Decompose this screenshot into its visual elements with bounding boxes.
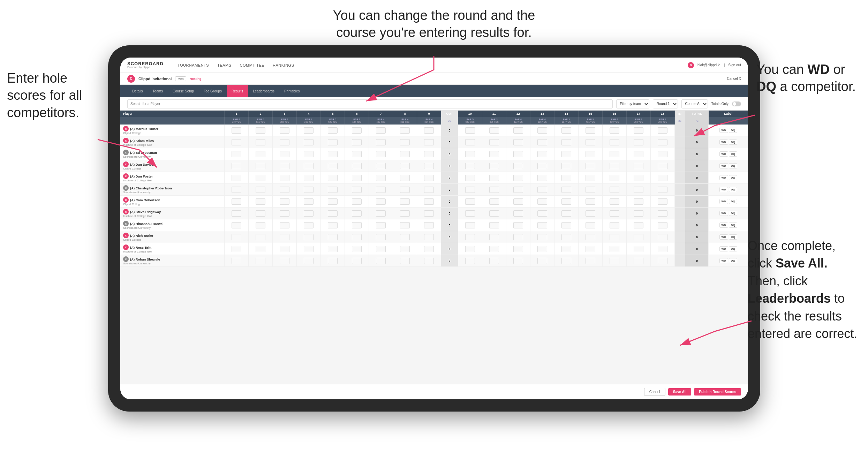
score-input-h17[interactable]: [634, 163, 643, 169]
score-input-h13[interactable]: [537, 151, 547, 157]
score-input-h14[interactable]: [561, 139, 571, 145]
score-input-h4[interactable]: [304, 222, 314, 228]
course-select[interactable]: Course A: [681, 99, 708, 108]
score-input-h10[interactable]: [465, 222, 475, 228]
score-input-h11[interactable]: [489, 175, 499, 181]
score-input-h4[interactable]: [304, 198, 314, 205]
score-input-h18[interactable]: [658, 163, 667, 169]
score-input-h13[interactable]: [537, 198, 547, 205]
score-input-h9[interactable]: [424, 210, 434, 217]
score-input-h10[interactable]: [465, 175, 475, 181]
score-input-h15[interactable]: [586, 222, 595, 228]
score-input-h1[interactable]: [232, 187, 241, 193]
cancel-link[interactable]: Cancel X: [727, 77, 741, 81]
score-input-h13[interactable]: [537, 246, 547, 252]
score-input-h5[interactable]: [328, 222, 338, 228]
dq-button[interactable]: DQ: [729, 187, 737, 192]
score-input-h4[interactable]: [304, 175, 314, 181]
score-input-h18[interactable]: [658, 246, 667, 252]
score-input-h15[interactable]: [586, 187, 595, 193]
score-input-h15[interactable]: [586, 175, 595, 181]
score-input-h11[interactable]: [489, 187, 499, 193]
score-input-h4[interactable]: [304, 187, 314, 193]
score-input-h5[interactable]: [328, 139, 338, 145]
score-input-h9[interactable]: [424, 234, 434, 240]
dq-button[interactable]: DQ: [729, 246, 737, 251]
score-input-h6[interactable]: [352, 198, 362, 205]
score-input-h4[interactable]: [304, 234, 314, 240]
score-input-h9[interactable]: [424, 187, 434, 193]
search-input[interactable]: [127, 99, 613, 108]
score-input-h8[interactable]: [400, 151, 410, 157]
score-input-h13[interactable]: [537, 163, 547, 169]
dq-button[interactable]: DQ: [729, 258, 737, 263]
score-input-h12[interactable]: [513, 198, 523, 205]
score-input-h2[interactable]: [256, 139, 265, 145]
score-input-h15[interactable]: [586, 258, 595, 264]
score-input-h13[interactable]: [537, 210, 547, 217]
score-input-h16[interactable]: [610, 198, 619, 205]
score-input-h18[interactable]: [658, 258, 667, 264]
score-input-h7[interactable]: [376, 198, 386, 205]
tab-course-setup[interactable]: Course Setup: [168, 85, 199, 97]
score-input-h3[interactable]: [280, 175, 289, 181]
score-input-h16[interactable]: [610, 187, 619, 193]
score-input-h9[interactable]: [424, 151, 434, 157]
score-input-h2[interactable]: [256, 175, 265, 181]
score-input-h9[interactable]: [424, 127, 434, 134]
score-input-h2[interactable]: [256, 198, 265, 205]
score-input-h3[interactable]: [280, 246, 289, 252]
score-input-h9[interactable]: [424, 198, 434, 205]
score-input-h11[interactable]: [489, 258, 499, 264]
dq-button[interactable]: DQ: [729, 199, 737, 204]
score-input-h2[interactable]: [256, 127, 265, 134]
score-input-h13[interactable]: [537, 187, 547, 193]
score-input-h17[interactable]: [634, 151, 643, 157]
score-input-h11[interactable]: [489, 127, 499, 134]
score-input-h8[interactable]: [400, 198, 410, 205]
score-input-h4[interactable]: [304, 246, 314, 252]
score-input-h16[interactable]: [610, 210, 619, 217]
score-input-h5[interactable]: [328, 258, 338, 264]
score-input-h13[interactable]: [537, 127, 547, 134]
wd-button[interactable]: WD: [719, 234, 728, 240]
tab-teams[interactable]: Teams: [148, 85, 168, 97]
score-input-h5[interactable]: [328, 175, 338, 181]
score-input-h10[interactable]: [465, 234, 475, 240]
score-input-h14[interactable]: [561, 175, 571, 181]
score-input-h12[interactable]: [513, 258, 523, 264]
score-input-h5[interactable]: [328, 234, 338, 240]
score-input-h16[interactable]: [610, 127, 619, 134]
score-input-h12[interactable]: [513, 210, 523, 217]
wd-button[interactable]: WD: [719, 151, 728, 157]
score-input-h6[interactable]: [352, 258, 362, 264]
dq-button[interactable]: DQ: [729, 175, 737, 180]
score-input-h2[interactable]: [256, 163, 265, 169]
score-input-h15[interactable]: [586, 246, 595, 252]
score-input-h18[interactable]: [658, 210, 667, 217]
score-input-h6[interactable]: [352, 222, 362, 228]
score-input-h17[interactable]: [634, 234, 643, 240]
dq-button[interactable]: DQ: [729, 140, 737, 145]
score-input-h1[interactable]: [232, 175, 241, 181]
score-input-h3[interactable]: [280, 234, 289, 240]
score-input-h18[interactable]: [658, 175, 667, 181]
score-input-h14[interactable]: [561, 246, 571, 252]
score-input-h5[interactable]: [328, 187, 338, 193]
score-input-h14[interactable]: [561, 163, 571, 169]
score-input-h6[interactable]: [352, 175, 362, 181]
score-input-h7[interactable]: [376, 151, 386, 157]
score-input-h5[interactable]: [328, 210, 338, 217]
score-input-h4[interactable]: [304, 151, 314, 157]
nav-rankings[interactable]: RANKINGS: [273, 63, 294, 67]
score-input-h15[interactable]: [586, 163, 595, 169]
score-input-h13[interactable]: [537, 258, 547, 264]
score-input-h7[interactable]: [376, 175, 386, 181]
dq-button[interactable]: DQ: [729, 211, 737, 216]
score-input-h1[interactable]: [232, 210, 241, 217]
score-input-h7[interactable]: [376, 258, 386, 264]
dq-button[interactable]: DQ: [729, 163, 737, 168]
score-input-h8[interactable]: [400, 139, 410, 145]
score-input-h11[interactable]: [489, 234, 499, 240]
score-input-h9[interactable]: [424, 246, 434, 252]
